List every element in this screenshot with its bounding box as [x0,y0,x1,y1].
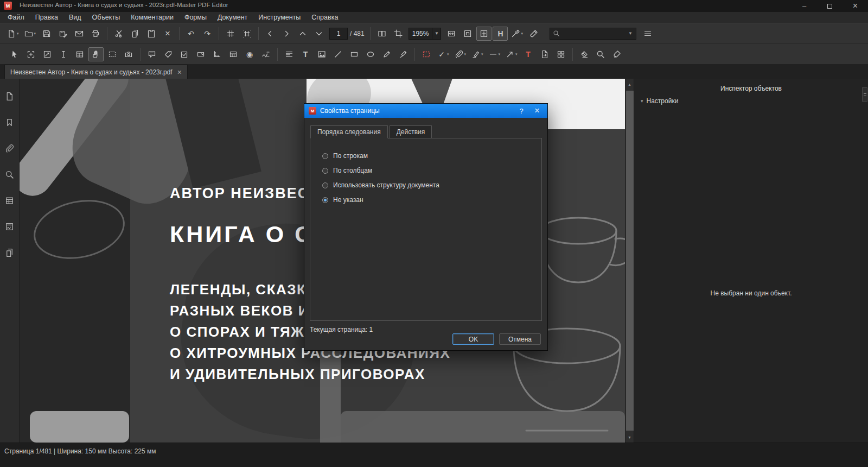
dropdown-arrow-icon[interactable]: ▾ [515,52,518,56]
zoom-fit-visible-button[interactable] [476,27,492,41]
draw-ellipse-button[interactable] [363,47,378,61]
dropdown-arrow-icon[interactable]: ▾ [499,52,501,56]
clear-formatting-button[interactable] [609,47,624,61]
add-image-button[interactable] [314,47,329,61]
pencil-tool-button[interactable] [379,47,394,61]
panel-resize-grip[interactable] [862,87,867,102]
menu-file[interactable]: Файл [2,12,30,23]
vertical-scrollbar[interactable]: ▲ ▼ [625,79,634,443]
scrollbar-thumb[interactable] [626,91,634,431]
add-text-callout-button[interactable] [161,47,176,61]
menu-document[interactable]: Документ [212,12,253,23]
save-button[interactable] [39,27,54,41]
select-tool-button[interactable] [7,47,22,61]
zoom-dropdown-icon[interactable]: ▼ [432,28,441,39]
add-sticky-note-button[interactable] [144,47,159,61]
menu-comments[interactable]: Комментарии [125,12,179,23]
snap-to-grid-button[interactable] [239,27,254,41]
toolbar-search-input[interactable]: ▼ [550,28,636,40]
dropdown-arrow-icon[interactable]: ▾ [447,52,449,56]
cut-button[interactable] [111,27,126,41]
inspector-settings-section[interactable]: ▾ Настройки [634,92,868,105]
radio-option-by-rows[interactable]: По строкам [322,152,541,160]
document-tab[interactable]: Неизвестен Автор - Книга о судах и судья… [4,65,188,79]
sidebar-layers-button[interactable] [3,246,16,259]
radio-option-use-document-structure[interactable]: Использовать структуру документа [322,181,541,189]
page-layout-button[interactable] [374,27,390,41]
show-grid-button[interactable] [223,27,238,41]
undo-button[interactable]: ↶ [183,27,199,41]
menu-edit[interactable]: Правка [30,12,63,23]
close-button[interactable]: × [843,0,868,12]
hand-tool-button[interactable] [88,47,104,61]
menu-view[interactable]: Вид [63,12,87,23]
color-picker-button[interactable]: ▾ [509,27,525,41]
scroll-up-icon[interactable]: ▲ [626,80,634,89]
hand-h-mode-button[interactable]: H [493,27,508,41]
dialog-close-button[interactable]: × [531,106,543,116]
text-align-button[interactable] [282,47,297,61]
export-page-button[interactable] [537,47,552,61]
search-dropdown-icon[interactable]: ▼ [628,31,633,36]
draw-rectangle-button[interactable] [347,47,362,61]
scroll-down-icon[interactable]: ▼ [626,433,634,441]
add-text-button[interactable]: T [298,47,313,61]
dropdown-arrow-icon[interactable]: ▾ [481,52,483,56]
page-down-button[interactable] [311,27,327,41]
delete-button[interactable]: × [160,27,175,41]
menu-help[interactable]: Справка [306,12,343,23]
cancel-button[interactable]: Отмена [499,333,541,345]
attach-file-comment-button[interactable]: ▾ [452,47,469,61]
stamp-check-button[interactable]: ✓▾ [435,47,451,61]
ok-button[interactable]: OK [452,333,494,345]
add-table-field-button[interactable] [226,47,241,61]
page-up-button[interactable] [295,27,310,41]
sidebar-bookmarks-button[interactable] [3,116,16,129]
edit-page-boxes-button[interactable] [23,47,39,61]
minimize-button[interactable]: – [792,0,817,12]
radio-option-unspecified[interactable]: Не указан [322,196,541,204]
add-listbox-field-button[interactable] [193,47,208,61]
send-email-button[interactable] [72,27,87,41]
maximize-button[interactable] [817,0,843,12]
dialog-tab-tab-order[interactable]: Порядка следования [310,125,388,138]
menu-tools[interactable]: Инструменты [253,12,306,23]
draw-line-button[interactable] [330,47,346,61]
arrange-blocks-button[interactable] [553,47,569,61]
sidebar-form-fields-button[interactable] [3,194,16,207]
zoom-tool-button[interactable] [593,47,608,61]
open-file-button[interactable]: ▾ [22,27,39,41]
arrow-style-button[interactable]: ▾ [503,47,520,61]
add-checkbox-field-button[interactable] [177,47,192,61]
next-page-button[interactable] [279,27,294,41]
menu-objects[interactable]: Объекты [87,12,126,23]
add-radio-field-button[interactable]: ◉ [242,47,257,61]
dropdown-arrow-icon[interactable]: ▾ [521,31,523,36]
zoom-fit-width-button[interactable] [444,27,459,41]
eraser-tool-button[interactable] [577,47,592,61]
add-signature-field-button[interactable] [258,47,273,61]
measure-tool-button[interactable] [209,47,225,61]
text-format-button[interactable]: T [521,47,536,61]
sidebar-pages-button[interactable] [3,90,16,103]
dropdown-arrow-icon[interactable]: ▾ [17,31,19,36]
radio-option-by-columns[interactable]: По столбцам [322,167,541,174]
sidebar-signatures-button[interactable] [3,220,16,233]
dialog-help-button[interactable]: ? [515,107,527,115]
active-region-button[interactable] [419,47,434,61]
dropdown-arrow-icon[interactable]: ▾ [464,52,467,56]
print-button[interactable] [88,27,103,41]
save-as-button[interactable] [55,27,71,41]
redo-button[interactable]: ↷ [200,27,215,41]
new-document-button[interactable]: ▾ [5,27,21,41]
crop-pages-button[interactable] [391,27,406,41]
select-text-button[interactable] [56,47,71,61]
ink-signature-button[interactable] [395,47,411,61]
tab-close-icon[interactable]: × [177,68,182,76]
page-number-input[interactable] [329,28,348,40]
dropdown-arrow-icon[interactable]: ▾ [34,31,36,36]
dialog-titlebar[interactable]: M Свойства страницы ? × [304,104,547,118]
line-style-button[interactable]: ▾ [487,47,503,61]
sidebar-attachments-button[interactable] [3,142,16,155]
previous-page-button[interactable] [263,27,278,41]
